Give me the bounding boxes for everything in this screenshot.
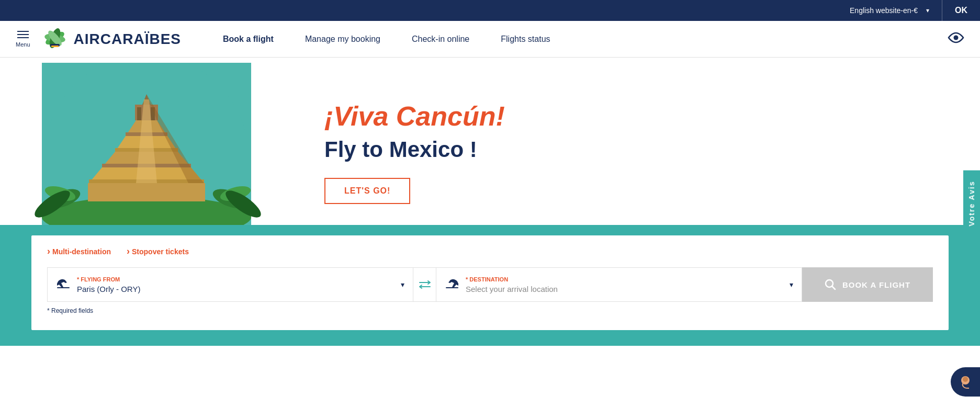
booking-fields: * FLYING FROM Paris (Orly - ORY) ▾ xyxy=(47,267,933,302)
svg-rect-33 xyxy=(446,287,458,288)
destination-label: * DESTINATION xyxy=(466,276,783,282)
menu-bar-3 xyxy=(17,37,29,38)
top-bar: English website-en-€ ▾ OK xyxy=(0,0,980,21)
menu-bar-1 xyxy=(17,31,29,32)
navbar: Menu AIRCARAÏBES Book a flight Manage my… xyxy=(0,21,980,58)
nav-book-flight[interactable]: Book a flight xyxy=(223,35,274,44)
booking-links: Multi-destination Stopover tickets xyxy=(47,246,933,257)
hero-section: ¡Viva Cancún! Fly to Mexico ! LET'S GO! … xyxy=(0,58,980,225)
nav-manage-booking[interactable]: Manage my booking xyxy=(305,35,380,44)
stopover-tickets-link[interactable]: Stopover tickets xyxy=(127,246,189,257)
nav-flights-status[interactable]: Flights status xyxy=(501,35,550,44)
nav-links: Book a flight Manage my booking Check-in… xyxy=(223,35,948,44)
hero-title-blue: Fly to Mexico ! xyxy=(324,137,477,162)
flying-from-label: * FLYING FROM xyxy=(77,276,395,282)
book-flight-button[interactable]: BOOK A FLIGHT xyxy=(802,267,933,302)
search-icon xyxy=(825,279,836,290)
logo-icon xyxy=(41,25,70,53)
flying-from-info: * FLYING FROM Paris (Orly - ORY) xyxy=(77,276,395,293)
destination-placeholder: Select your arrival location xyxy=(466,285,783,293)
logo-air: AIR xyxy=(74,31,100,47)
booking-section: Multi-destination Stopover tickets * FLY… xyxy=(0,225,980,346)
swap-button[interactable] xyxy=(413,267,436,302)
logo-brand: CARAÏBES xyxy=(100,31,181,47)
multi-destination-link[interactable]: Multi-destination xyxy=(47,246,111,257)
booking-card: Multi-destination Stopover tickets * FLY… xyxy=(31,235,949,330)
hero-title-orange: ¡Viva Cancún! xyxy=(324,100,505,132)
votre-avis-button[interactable]: Votre Avis xyxy=(963,170,980,225)
svg-rect-5 xyxy=(51,46,59,47)
svg-point-6 xyxy=(954,35,959,40)
ok-button[interactable]: OK xyxy=(942,0,980,21)
plane-departure-icon xyxy=(56,277,71,292)
destination-chevron[interactable]: ▾ xyxy=(790,280,793,289)
destination-info: * DESTINATION Select your arrival locati… xyxy=(466,276,783,293)
accessibility-icon[interactable] xyxy=(948,32,964,47)
logo[interactable]: AIRCARAÏBES xyxy=(41,25,181,53)
plane-arrival-icon xyxy=(445,277,459,292)
language-selector[interactable]: English website-en-€ ▾ xyxy=(841,0,942,21)
flying-from-value: Paris (Orly - ORY) xyxy=(77,285,395,293)
menu-label: Menu xyxy=(16,41,30,48)
svg-rect-29 xyxy=(88,183,205,201)
book-flight-label: BOOK A FLIGHT xyxy=(842,280,910,289)
lets-go-button[interactable]: LET'S GO! xyxy=(324,178,410,204)
svg-rect-32 xyxy=(57,287,70,288)
hero-image xyxy=(0,58,293,225)
svg-rect-19 xyxy=(137,107,141,120)
hero-content: ¡Viva Cancún! Fly to Mexico ! LET'S GO! xyxy=(293,80,980,225)
language-label: English website-en-€ xyxy=(850,6,918,15)
logo-text: AIRCARAÏBES xyxy=(74,31,181,48)
flying-from-chevron[interactable]: ▾ xyxy=(401,280,404,289)
svg-line-35 xyxy=(832,287,835,290)
required-text: * Required fields xyxy=(47,307,933,314)
destination-field[interactable]: * DESTINATION Select your arrival locati… xyxy=(436,267,802,302)
flying-from-field[interactable]: * FLYING FROM Paris (Orly - ORY) ▾ xyxy=(47,267,413,302)
menu-button[interactable]: Menu xyxy=(16,31,30,48)
language-chevron: ▾ xyxy=(926,7,929,14)
pyramid-illustration xyxy=(10,63,283,225)
menu-bar-2 xyxy=(17,34,29,35)
nav-checkin[interactable]: Check-in online xyxy=(412,35,469,44)
